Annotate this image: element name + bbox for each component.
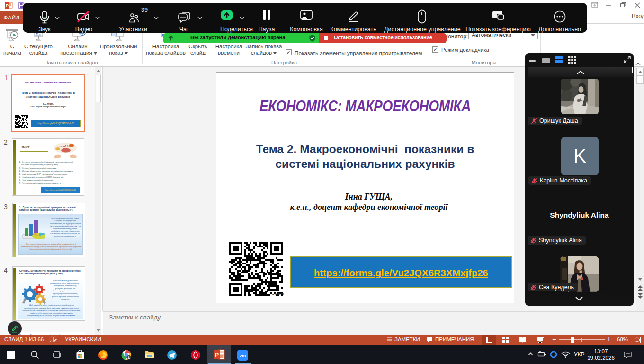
svg-text:zm: zm [240, 353, 246, 358]
svg-text:P: P [215, 352, 219, 358]
svg-text:P: P [6, 3, 9, 8]
